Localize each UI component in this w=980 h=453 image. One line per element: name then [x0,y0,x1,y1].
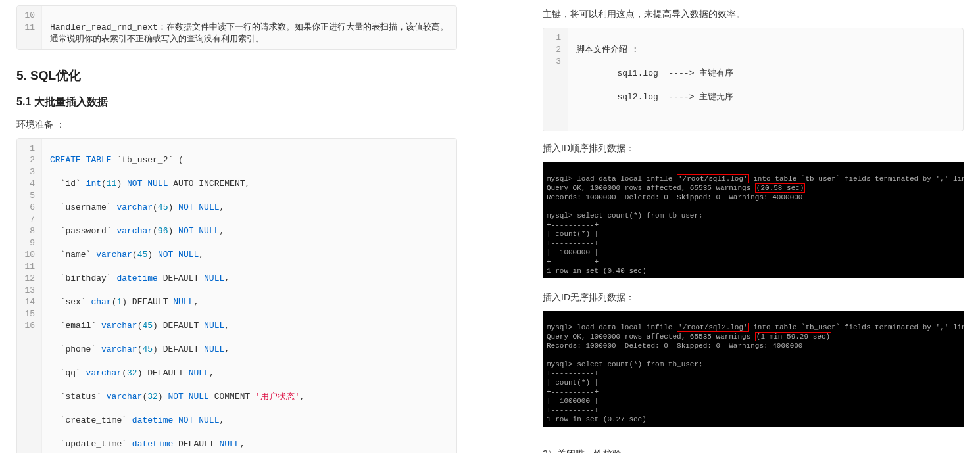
hl-time-unordered: (1 min 59.29 sec) [755,332,831,341]
line-gutter: 10 11 [17,6,42,49]
heading-bulk-insert: 5.1 大批量插入数据 [16,93,457,110]
ordered-title: 插入ID顺序排列数据： [543,141,964,155]
code-block-script-intro: 1 2 3 脚本文件介绍 : sql1.log ----> 主键有序 sql2.… [543,28,964,131]
line-gutter: 12345678910111213141516 [17,139,42,453]
code-body: CREATE TABLE `tb_user_2` ( `id` int(11) … [42,139,456,453]
hl-time-ordered: (20.58 sec) [755,183,806,193]
code-body: Handler_read_rnd_next：在数据文件中读下一行的请求数。如果你… [42,6,456,49]
pk-intro: 主键，将可以利用这点，来提高导入数据的效率。 [543,7,964,21]
left-column: 10 11 Handler_read_rnd_next：在数据文件中读下一行的请… [16,0,457,453]
unordered-title: 插入ID无序排列数据： [543,290,964,304]
unique-check-title: 2）关闭唯一性校验 [543,446,964,453]
line-gutter: 1 2 3 [543,28,568,131]
heading-sql-optimization: 5. SQL优化 [16,66,457,85]
code-block-handler-read: 10 11 Handler_read_rnd_next：在数据文件中读下一行的请… [16,5,457,50]
right-column: 主键，将可以利用这点，来提高导入数据的效率。 1 2 3 脚本文件介绍 : sq… [543,0,964,453]
code-block-create-table: 12345678910111213141516 CREATE TABLE `tb… [16,138,457,453]
hl-sql2-path: '/root/sql2.log' [677,323,749,332]
env-prepare-label: 环境准备 ： [16,117,457,131]
code-body: 脚本文件介绍 : sql1.log ----> 主键有序 sql2.log --… [568,28,963,131]
terminal-unordered: mysql> load data local infile '/root/sql… [543,311,964,427]
hl-sql1-path: '/root/sql1.log' [677,174,749,183]
terminal-ordered: mysql> load data local infile '/root/sql… [543,162,964,278]
